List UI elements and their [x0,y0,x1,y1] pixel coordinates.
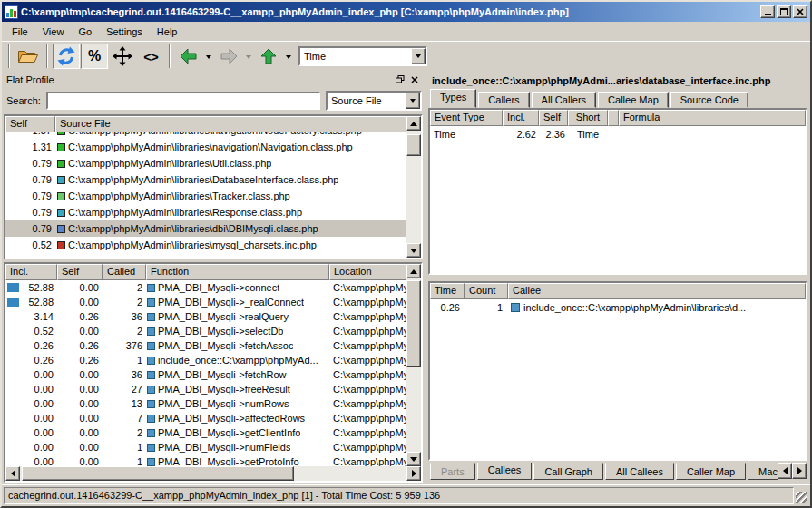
tab-all-callers[interactable]: All Callers [532,92,597,108]
close-button[interactable] [793,5,807,18]
tab-caller-map[interactable]: Caller Map [676,463,746,480]
back-dropdown-button[interactable] [203,44,214,69]
column-header-incl[interactable]: Incl. [503,110,539,126]
tab-types[interactable]: Types [430,89,476,108]
tab-callers[interactable]: Callers [478,92,529,108]
up-button[interactable] [255,44,282,69]
table-row[interactable]: 0.000.0027PMA_DBI_Mysqli->freeResultC:\x… [5,382,406,396]
menu-go[interactable]: Go [71,24,99,40]
forward-button[interactable] [215,44,242,69]
scrollbar-thumb[interactable] [406,280,421,367]
minimize-button[interactable] [760,5,775,18]
scroll-down-button[interactable] [406,243,421,258]
table-row[interactable]: Time 2.62 2.36 Time [430,126,806,142]
status-message: cachegrind.out.1416463299-C__xampp_phpMy… [4,487,794,504]
table-row[interactable]: 0.52C:\xampp\phpMyAdmin\libraries\user_p… [5,253,406,258]
column-header-self[interactable]: Self [57,264,103,280]
combobox-arrow-button[interactable] [411,48,426,64]
column-header-formula[interactable]: Formula [619,110,806,126]
column-header-function[interactable]: Function [146,264,329,280]
table-row[interactable]: 0.79C:\xampp\phpMyAdmin\libraries\Databa… [5,171,406,188]
tab-all-callees[interactable]: All Callees [605,463,674,480]
callees-table: Time Count Callee 0.26 1 include_once::C… [428,281,807,461]
table-row[interactable]: 3.140.2636PMA_DBI_Mysqli->realQueryC:\xa… [5,309,406,324]
tab-scroll-left-button[interactable] [778,463,792,479]
open-file-button[interactable] [15,44,42,69]
tab-callee-map[interactable]: Callee Map [598,92,669,108]
column-header-count[interactable]: Count [465,283,508,299]
table-row[interactable]: 0.260.261include_once::C:\xampp\phpMyAd.… [5,353,406,367]
function-icon [147,400,155,408]
dock-close-icon[interactable] [411,76,418,83]
float-dock-icon[interactable] [396,75,405,83]
scroll-up-button[interactable] [406,116,421,131]
scrollbar-thumb[interactable] [22,466,294,481]
cost-bar-icon [7,341,19,350]
scrollbar-thumb[interactable] [406,134,421,156]
column-header-event-type[interactable]: Event Type [430,110,503,126]
table-row[interactable]: 1.37C:\xampp\phpMyAdmin\libraries\naviga… [5,132,406,139]
up-dropdown-button[interactable] [283,44,294,69]
function-icon [147,357,155,365]
combobox-arrow-button[interactable] [406,93,420,109]
table-row-selected[interactable]: 0.79C:\xampp\phpMyAdmin\libraries\dbi\DB… [5,220,406,237]
scroll-left-button[interactable] [5,466,20,481]
table-row[interactable]: 52.880.002PMA_DBI_Mysqli->_realConnectC:… [5,295,406,309]
column-header-short[interactable]: Short [568,110,608,126]
forward-dropdown-button[interactable] [243,44,254,69]
column-header-called[interactable]: Called [103,264,146,280]
resize-grip[interactable] [796,492,807,503]
group-combobox[interactable]: Source File [326,91,422,111]
reload-button[interactable] [53,44,80,69]
table-row[interactable]: 0.000.001PMA_DBI_Mysqli->numFieldsC:\xam… [5,440,406,454]
table-row[interactable]: 0.79C:\xampp\phpMyAdmin\libraries\Util.c… [5,155,406,171]
menu-view[interactable]: View [35,24,72,40]
relative-cost-button[interactable]: <> [137,44,164,69]
scroll-up-button[interactable] [406,264,421,278]
search-input[interactable] [46,92,320,110]
vertical-scrollbar[interactable] [406,116,421,258]
column-header-incl[interactable]: Incl. [5,264,57,280]
splitter-handle[interactable] [427,275,808,281]
table-row[interactable]: 0.260.26376PMA_DBI_Mysqli->fetchAssocC:\… [5,338,406,353]
tab-machine-code[interactable]: Machine [748,463,778,480]
table-row[interactable]: 0.000.002PMA_DBI_Mysqli->getClientInfoC:… [5,425,406,440]
table-row[interactable]: 1.31C:\xampp\phpMyAdmin\libraries\naviga… [5,139,406,155]
column-header-time[interactable]: Time [430,283,465,299]
table-row[interactable]: 0.000.001PMA_DBI_Mysqli->getProtoInfoC:\… [5,454,406,466]
column-header-source-file[interactable]: Source File [55,116,406,132]
vertical-scrollbar[interactable] [406,264,421,466]
table-row[interactable]: 0.26 1 include_once::C:\xampp\phpMyAdmin… [430,299,806,315]
tab-scroll-right-button[interactable] [792,463,807,479]
table-row[interactable]: 0.79C:\xampp\phpMyAdmin\libraries\Respon… [5,204,406,220]
table-row[interactable]: 0.520.002PMA_DBI_Mysqli->selectDbC:\xamp… [5,324,406,338]
table-row[interactable]: 0.000.007PMA_DBI_Mysqli->affectedRowsC:\… [5,411,406,425]
table-row[interactable]: 0.79C:\xampp\phpMyAdmin\libraries\Tracke… [5,188,406,204]
event-type-combobox[interactable]: Time [298,46,427,66]
horizontal-scrollbar[interactable] [5,466,421,481]
menu-settings[interactable]: Settings [99,24,150,40]
menu-file[interactable]: File [5,24,35,40]
percent-toggle-button[interactable]: % [81,44,108,69]
column-header-location[interactable]: Location [329,264,406,280]
tab-source-code[interactable]: Source Code [670,92,748,108]
tab-call-graph[interactable]: Call Graph [533,463,603,480]
table-row[interactable]: 0.000.0013PMA_DBI_Mysqli->numRowsC:\xamp… [5,396,406,411]
table-row[interactable]: 0.52C:\xampp\phpMyAdmin\libraries\mysql_… [5,237,406,253]
column-header-blank[interactable] [608,110,619,126]
scroll-down-button[interactable] [406,452,421,466]
column-header-self[interactable]: Self [5,116,55,132]
main-area: Flat Profile Search: Source File [2,71,810,484]
table-row[interactable]: 0.000.0036PMA_DBI_Mysqli->fetchRowC:\xam… [5,367,406,382]
menu-help[interactable]: Help [150,24,185,40]
maximize-button[interactable] [777,5,791,18]
group-combobox-value: Source File [328,95,406,106]
scroll-right-button[interactable] [406,466,421,481]
column-header-callee[interactable]: Callee [508,283,806,299]
table-row[interactable]: 52.880.002PMA_DBI_Mysqli->connectC:\xamp… [5,280,406,295]
tab-callees[interactable]: Callees [477,463,533,480]
arrow-down-icon [410,249,417,257]
back-button[interactable] [175,44,202,69]
dock-move-button[interactable] [109,44,136,69]
column-header-self[interactable]: Self [539,110,568,126]
